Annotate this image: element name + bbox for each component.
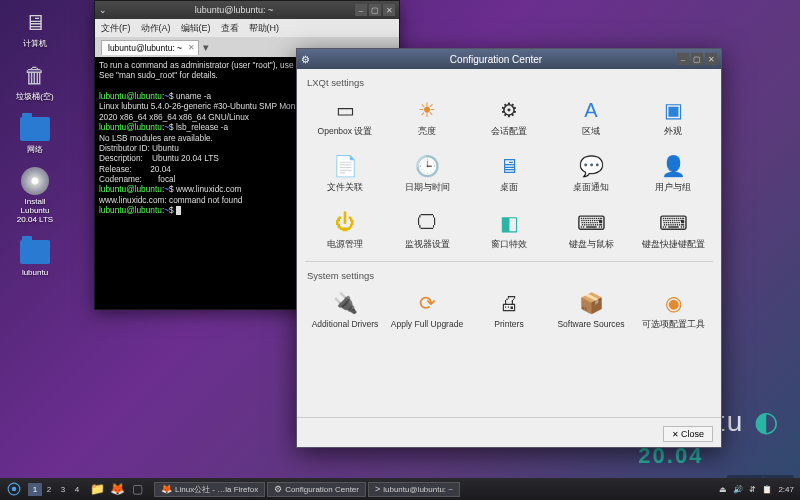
maximize-button[interactable]: ▢ (691, 53, 703, 65)
config-body: LXQt settings ▭Openbox 设置☀亮度⚙会话配置A区域▣外观📄… (297, 69, 721, 417)
config-item-desktop[interactable]: 🖥桌面 (469, 146, 549, 200)
power-icon: ⏻ (331, 209, 359, 237)
config-item-users[interactable]: 👤用户与组 (633, 146, 713, 200)
menu-file[interactable]: 文件(F) (101, 22, 131, 35)
task-cfg[interactable]: ⚙Configuration Center (267, 482, 366, 497)
virtual-desktop-3[interactable]: 3 (56, 483, 70, 496)
config-item-monitor[interactable]: 🖵监视器设置 (387, 203, 467, 257)
config-item-label: 日期与时间 (387, 183, 467, 192)
menu-edit[interactable]: 编辑(E) (181, 22, 211, 35)
tray-network-icon[interactable]: ⇵ (749, 485, 756, 494)
session-icon: ⚙ (495, 96, 523, 124)
desktop-icon: 🖥 (495, 152, 523, 180)
alternatives-icon: ◉ (659, 289, 687, 317)
system-grid: 🔌Additional Drivers⟳Apply Full Upgrade🖨P… (305, 283, 713, 337)
close-button[interactable]: ✕ (705, 53, 717, 65)
config-item-appearance[interactable]: ▣外观 (633, 90, 713, 144)
config-titlebar[interactable]: ⚙ Configuration Center – ▢ ✕ (297, 49, 721, 69)
config-item-openbox[interactable]: ▭Openbox 设置 (305, 90, 385, 144)
config-title: Configuration Center (315, 54, 677, 65)
config-item-label: 监视器设置 (387, 240, 467, 249)
brightness-icon: ☀ (413, 96, 441, 124)
config-item-drivers[interactable]: 🔌Additional Drivers (305, 283, 385, 337)
users-icon: 👤 (659, 152, 687, 180)
config-item-upgrade[interactable]: ⟳Apply Full Upgrade (387, 283, 467, 337)
datetime-icon: 🕒 (413, 152, 441, 180)
section-label-lxqt: LXQt settings (305, 73, 713, 90)
task-label: lubuntu@lubuntu: ~ (383, 485, 453, 494)
config-item-label: 外观 (633, 127, 713, 136)
quick-launch-firefox[interactable]: 🦊 (108, 480, 126, 498)
terminal-titlebar[interactable]: ⌄ lubuntu@lubuntu: ~ – ▢ ✕ (95, 1, 399, 19)
config-item-locale[interactable]: A区域 (551, 90, 631, 144)
config-item-label: 文件关联 (305, 183, 385, 192)
system-tray: ⏏ 🔊 ⇵ 📋 2:47 (713, 485, 800, 494)
close-button[interactable]: Close (663, 426, 713, 442)
config-item-power[interactable]: ⏻电源管理 (305, 203, 385, 257)
tray-clipboard-icon[interactable]: 📋 (762, 485, 772, 494)
minimize-button[interactable]: – (677, 53, 689, 65)
menu-action[interactable]: 动作(A) (141, 22, 171, 35)
installer-disc-icon (18, 166, 52, 196)
config-footer: Close (297, 417, 721, 447)
terminal-menubar: 文件(F) 动作(A) 编辑(E) 查看 帮助(H) (95, 19, 399, 37)
menu-help[interactable]: 帮助(H) (249, 22, 280, 35)
tray-removable-icon[interactable]: ⏏ (719, 485, 727, 494)
menu-view[interactable]: 查看 (221, 22, 239, 35)
config-item-swsources[interactable]: 📦Software Sources (551, 283, 631, 337)
svg-point-1 (12, 487, 17, 492)
task-icon: ⚙ (274, 484, 282, 494)
config-item-datetime[interactable]: 🕒日期与时间 (387, 146, 467, 200)
desktop-icon-computer[interactable]: 🖥 计算机 (10, 8, 60, 49)
desktop-icon-trash[interactable]: 🗑 垃圾桶(空) (10, 61, 60, 102)
new-tab-button[interactable]: ▾ (203, 41, 209, 54)
quick-launch-terminal[interactable]: ▢ (128, 480, 146, 498)
terminal-tab[interactable]: lubuntu@lubuntu: ~ ✕ (101, 40, 199, 55)
tab-close-icon[interactable]: ✕ (188, 43, 195, 52)
config-app-icon: ⚙ (301, 54, 315, 65)
section-label-system: System settings (305, 266, 713, 283)
config-item-label: 键盘快捷键配置 (633, 240, 713, 249)
minimize-button[interactable]: – (355, 4, 367, 16)
start-menu-button[interactable] (0, 478, 28, 500)
config-item-kbmouse[interactable]: ⌨键盘与鼠标 (551, 203, 631, 257)
config-item-session[interactable]: ⚙会话配置 (469, 90, 549, 144)
quick-launch-files[interactable]: 📁 (88, 480, 106, 498)
appearance-icon: ▣ (659, 96, 687, 124)
config-item-fileassoc[interactable]: 📄文件关联 (305, 146, 385, 200)
tray-clock[interactable]: 2:47 (778, 485, 794, 494)
desktop-icon-install[interactable]: Install Lubuntu 20.04 LTS (10, 166, 60, 224)
maximize-button[interactable]: ▢ (369, 4, 381, 16)
task-term[interactable]: >lubuntu@lubuntu: ~ (368, 482, 460, 497)
config-item-brightness[interactable]: ☀亮度 (387, 90, 467, 144)
lubuntu-menu-icon (7, 482, 21, 496)
config-item-notify[interactable]: 💬桌面通知 (551, 146, 631, 200)
virtual-desktop-2[interactable]: 2 (42, 483, 56, 496)
config-center-window[interactable]: ⚙ Configuration Center – ▢ ✕ LXQt settin… (296, 48, 722, 448)
close-button[interactable]: ✕ (383, 4, 395, 16)
task-firefox[interactable]: 🦊Linux公社 - …la Firefox (154, 482, 265, 497)
config-item-label: 区域 (551, 127, 631, 136)
config-item-label: Openbox 设置 (305, 127, 385, 136)
config-item-wineffects[interactable]: ◧窗口特效 (469, 203, 549, 257)
desktop-icon-label: Install Lubuntu 20.04 LTS (10, 198, 60, 224)
virtual-desktops: 1234 (28, 483, 84, 496)
network-folder-icon (18, 114, 52, 144)
config-item-alternatives[interactable]: ◉可选项配置工具 (633, 283, 713, 337)
virtual-desktop-1[interactable]: 1 (28, 483, 42, 496)
section-divider (305, 261, 713, 262)
terminal-tab-label: lubuntu@lubuntu: ~ (108, 43, 182, 53)
shortcuts-icon: ⌨ (659, 209, 687, 237)
trash-icon: 🗑 (18, 61, 52, 91)
desktop-icon-network[interactable]: 网络 (10, 114, 60, 155)
swsources-icon: 📦 (577, 289, 605, 317)
tray-volume-icon[interactable]: 🔊 (733, 485, 743, 494)
config-item-printers[interactable]: 🖨Printers (469, 283, 549, 337)
config-item-label: Software Sources (551, 320, 631, 329)
desktop-icon-home[interactable]: lubuntu (10, 237, 60, 278)
config-item-shortcuts[interactable]: ⌨键盘快捷键配置 (633, 203, 713, 257)
folder-icon: 📁 (90, 482, 105, 496)
lubuntu-logo-icon: ◐ (754, 406, 780, 437)
virtual-desktop-4[interactable]: 4 (70, 483, 84, 496)
desktop-icons: 🖥 计算机 🗑 垃圾桶(空) 网络 Install Lubuntu 20.04 … (10, 8, 60, 278)
